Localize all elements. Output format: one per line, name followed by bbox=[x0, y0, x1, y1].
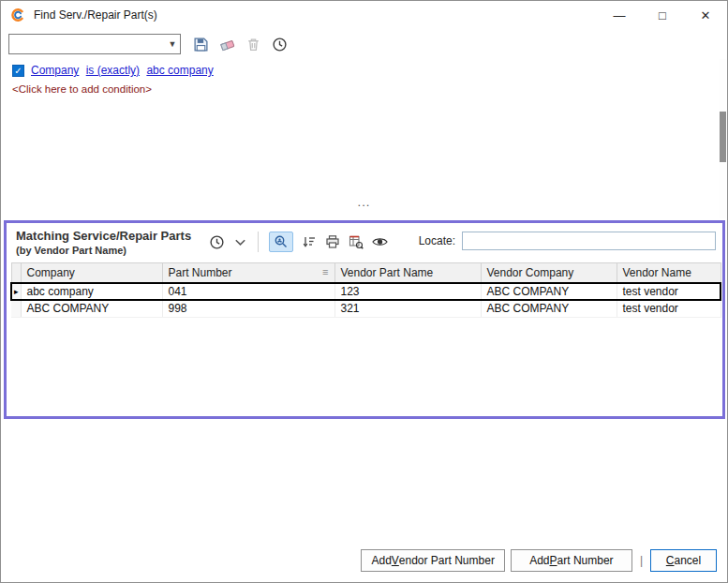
results-title: Matching Service/Repair Parts bbox=[16, 229, 191, 243]
close-button[interactable]: ✕ bbox=[684, 1, 727, 29]
add-condition-link[interactable]: <Click here to add condition> bbox=[12, 83, 214, 95]
table-cell[interactable]: 998 bbox=[162, 300, 334, 317]
filter-toolbar-icons bbox=[193, 37, 288, 52]
add-vendor-part-number-button[interactable]: Add Vendor Part Number bbox=[361, 549, 504, 572]
toolbar-separator bbox=[258, 232, 259, 252]
condition-value-link[interactable]: abc company bbox=[146, 64, 213, 77]
filter-toolbar: ▼ bbox=[8, 34, 288, 54]
table-header-row: CompanyPart Number≡Vendor Part NameVendo… bbox=[11, 263, 721, 284]
condition-checkbox[interactable]: ✓ bbox=[12, 65, 24, 77]
condition-scrollbar-thumb[interactable] bbox=[720, 112, 726, 162]
table-cell[interactable]: 041 bbox=[162, 283, 334, 300]
delete-icon bbox=[245, 37, 261, 52]
combo-dropdown-arrow-icon[interactable]: ▼ bbox=[165, 39, 180, 49]
locate-input[interactable] bbox=[462, 232, 716, 250]
window-title: Find Serv./Repair Part(s) bbox=[34, 8, 157, 22]
condition-row: ✓ Company is (exactly) abc company bbox=[12, 64, 214, 77]
eye-icon[interactable] bbox=[372, 236, 388, 247]
table-cell[interactable]: abc company bbox=[21, 283, 162, 300]
footer-buttons: Add Vendor Part Number Add Part Number |… bbox=[361, 549, 717, 572]
table-cell[interactable]: test vendor bbox=[617, 283, 721, 300]
condition-builder: ✓ Company is (exactly) abc company <Clic… bbox=[12, 64, 214, 95]
chevron-down-icon[interactable] bbox=[233, 235, 247, 249]
print-icon[interactable] bbox=[325, 234, 340, 249]
locate-label: Locate: bbox=[419, 234, 455, 247]
row-selector-cell[interactable]: ▸ bbox=[11, 283, 21, 300]
app-logo-icon bbox=[10, 7, 25, 22]
row-selector-header bbox=[11, 263, 21, 284]
maximize-button[interactable]: □ bbox=[641, 1, 684, 29]
table-cell[interactable]: ABC COMPANY bbox=[21, 300, 162, 317]
table-body: ▸abc company041123ABC COMPANYtest vendor… bbox=[11, 283, 721, 317]
condition-scrollbar[interactable] bbox=[720, 59, 726, 218]
condition-operator-link[interactable]: is (exactly) bbox=[86, 64, 140, 77]
results-subtitle: (by Vendor Part Name) bbox=[16, 245, 126, 256]
add-part-number-button[interactable]: Add Part Number bbox=[511, 549, 632, 572]
table-row[interactable]: ABC COMPANY998321ABC COMPANYtest vendor bbox=[11, 300, 721, 317]
column-header-part-number[interactable]: Part Number≡ bbox=[162, 263, 334, 284]
table-cell[interactable]: 123 bbox=[334, 283, 481, 300]
cancel-button[interactable]: Cancel bbox=[650, 549, 717, 572]
saved-filter-combobox[interactable]: ▼ bbox=[8, 34, 181, 54]
history-icon[interactable] bbox=[209, 234, 225, 250]
eraser-icon[interactable] bbox=[219, 37, 235, 52]
table-cell[interactable]: test vendor bbox=[617, 300, 721, 317]
minimize-button[interactable]: — bbox=[598, 1, 641, 29]
splitter-handle[interactable]: ... bbox=[1, 199, 727, 212]
search-grid-icon[interactable] bbox=[349, 234, 364, 249]
row-selector-cell[interactable] bbox=[11, 300, 21, 317]
find-part-dialog: Find Serv./Repair Part(s) — □ ✕ ▼ bbox=[0, 0, 728, 583]
results-panel: Matching Service/Repair Parts (by Vendor… bbox=[4, 220, 725, 419]
sort-icon[interactable] bbox=[302, 234, 317, 249]
results-toolbar bbox=[209, 231, 388, 253]
window-controls: — □ ✕ bbox=[598, 1, 727, 29]
column-header-vendor-part-name[interactable]: Vendor Part Name bbox=[334, 263, 481, 284]
table-cell[interactable]: ABC COMPANY bbox=[481, 300, 617, 317]
find-panel-icon bbox=[274, 234, 289, 249]
titlebar: Find Serv./Repair Part(s) — □ ✕ bbox=[1, 1, 727, 29]
table-row[interactable]: ▸abc company041123ABC COMPANYtest vendor bbox=[11, 283, 721, 300]
column-header-company[interactable]: Company bbox=[21, 263, 162, 284]
table-cell[interactable]: ABC COMPANY bbox=[481, 283, 617, 300]
table-cell[interactable]: 321 bbox=[334, 300, 481, 317]
find-panel-toggle[interactable] bbox=[269, 232, 293, 252]
results-table: CompanyPart Number≡Vendor Part NameVendo… bbox=[10, 262, 721, 318]
locate-group: Locate: bbox=[419, 232, 716, 250]
column-header-vendor-name[interactable]: Vendor Name bbox=[617, 263, 721, 284]
button-separator: | bbox=[640, 554, 643, 567]
column-header-vendor-company[interactable]: Vendor Company bbox=[481, 263, 617, 284]
save-icon[interactable] bbox=[193, 37, 209, 52]
condition-field-link[interactable]: Company bbox=[31, 64, 79, 77]
history-icon[interactable] bbox=[272, 37, 288, 52]
saved-filter-input[interactable] bbox=[9, 36, 165, 52]
